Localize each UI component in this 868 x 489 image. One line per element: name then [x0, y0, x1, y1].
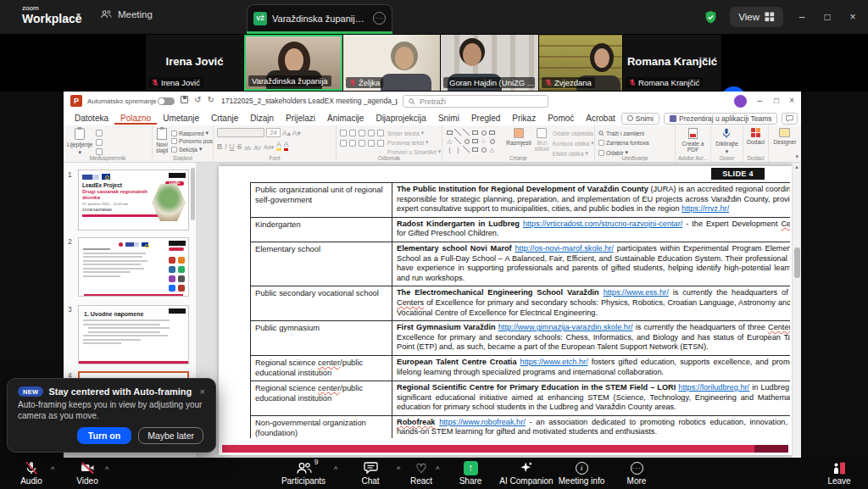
grow-shrink-font-icons[interactable]: A▴ A▾ [282, 129, 301, 137]
highlight-color-button[interactable]: A [276, 140, 281, 151]
layout-button[interactable]: Raspored▾ [171, 130, 214, 136]
justify-icon[interactable] [368, 140, 375, 147]
table-link[interactable]: https://www.ess.hr/ [604, 288, 669, 297]
line-spacing-icon[interactable] [377, 130, 384, 136]
italic-button[interactable]: I [225, 142, 226, 151]
share-tab-options-icon[interactable]: ··· [373, 12, 386, 25]
ppt-maximize-button[interactable]: □ [774, 96, 779, 105]
ppt-menu-item[interactable]: Pregled [465, 113, 506, 125]
search-box[interactable]: Pretraži [403, 95, 548, 108]
audio-options-chevron[interactable]: ^ [51, 465, 54, 474]
ppt-menu-item[interactable]: Prikaz [506, 113, 542, 125]
ppt-menu-item[interactable]: Animacije [321, 113, 370, 125]
ppt-menu-item[interactable]: Pomoć [542, 113, 580, 125]
underline-button[interactable]: U [230, 142, 235, 151]
ppt-menu-item[interactable]: Dijaprojekcija [370, 113, 431, 125]
columns-icon[interactable] [377, 140, 384, 147]
ppt-menu-item[interactable]: Snimi [432, 113, 465, 125]
table-link[interactable]: https://rrvz.hr/ [682, 204, 729, 213]
numbering-icon[interactable] [349, 130, 356, 136]
meeting-info-button[interactable]: i Meeting info [554, 460, 609, 486]
minimize-button[interactable]: – [795, 11, 809, 23]
font-color-button[interactable]: A [284, 140, 289, 151]
ppt-menu-item[interactable]: Dizajn [244, 113, 280, 125]
bullets-icon[interactable] [340, 130, 347, 136]
save-icon[interactable] [181, 96, 188, 103]
video-tile-zeljka[interactable]: Željka [343, 35, 440, 91]
copy-icon[interactable] [96, 139, 103, 146]
slide-thumbnail-1[interactable]: LeadEx LeadEx Project Drugi sastanak reg… [78, 169, 189, 231]
react-options-chevron[interactable]: ^ [436, 465, 439, 474]
dictate-button[interactable]: Diktirajte▾ [715, 128, 737, 154]
ai-companion-button[interactable]: AI Companion [499, 460, 554, 486]
present-in-teams-button[interactable]: Prezentiraj u aplikaciji Teams [664, 113, 777, 125]
react-button[interactable]: ♡ React [394, 460, 448, 486]
ppt-menu-item[interactable]: Acrobat [580, 113, 620, 125]
create-pdf-button[interactable]: Create a PDF [679, 128, 707, 153]
autosave-toggle[interactable] [158, 97, 175, 105]
video-tile-varazdinska[interactable]: Varaždinska županija [244, 35, 342, 91]
ppt-menu-item[interactable]: Crtanje [205, 113, 244, 125]
arrange-button[interactable]: Razmjesti [506, 128, 531, 146]
new-slide-button[interactable]: Novi slajd [156, 128, 168, 153]
designer-button[interactable]: Designer [773, 128, 796, 145]
strikethrough-button[interactable]: S [237, 142, 242, 151]
comments-button[interactable] [782, 113, 798, 125]
table-link[interactable]: https://vrticradost.com/strucno-razvojni… [523, 219, 682, 228]
ppt-menu-item[interactable]: Prijelazi [280, 113, 321, 125]
text-direction-button[interactable]: Smjer teksta▾ [387, 130, 441, 136]
tab-share-screen[interactable]: VŽ Varaždinska županija's screen ··· [247, 4, 392, 31]
shape-fill-button[interactable]: Odabir objekata ili unos teksta▾ [553, 130, 595, 136]
canvas-scrollbar[interactable]: ▲ [792, 163, 801, 458]
align-left-icon[interactable] [340, 140, 347, 147]
change-case-button[interactable]: Aa▾ [264, 144, 274, 151]
scrollbar-thumb[interactable] [794, 247, 800, 278]
indent-decrease-icon[interactable] [359, 130, 365, 136]
format-painter-icon[interactable] [96, 148, 103, 155]
convert-smartart-button[interactable]: Pretvori u SmartArt▾ [387, 148, 441, 155]
replace-fonts-button[interactable]: Zamjena fontova [598, 140, 649, 146]
tab-meeting[interactable]: Meeting [100, 8, 153, 20]
close-icon[interactable]: × [200, 386, 205, 397]
scroll-up-icon[interactable]: ▲ [793, 164, 801, 169]
undo-icon[interactable]: ↺ [194, 95, 201, 104]
shapes-gallery[interactable]: △☆ {}△ [446, 128, 496, 153]
participants-button[interactable]: 9 Participants [276, 460, 331, 486]
participants-options-chevron[interactable]: ^ [334, 465, 337, 474]
zoom-workplace-logo[interactable]: zoom Workplace [22, 4, 82, 25]
ppt-close-button[interactable]: × [789, 96, 794, 105]
indent-increase-icon[interactable] [368, 130, 375, 136]
view-button[interactable]: View [730, 7, 783, 27]
find-replace-button[interactable]: Traži i zamijeni [598, 131, 649, 136]
record-button[interactable]: Snimi [621, 113, 659, 125]
chat-button[interactable]: Chat [343, 460, 398, 486]
align-text-button[interactable]: Poravnaj tekst▾ [387, 139, 441, 146]
video-tile-irena[interactable]: Irena Jović Irena Jović [146, 35, 243, 91]
ppt-menu-item[interactable]: Umetanje [157, 113, 205, 125]
paste-button[interactable]: Lijepljenje▾ [67, 128, 92, 155]
section-button[interactable]: Sekcija▾ [171, 146, 214, 153]
table-link[interactable]: https://loriludbreg.hr/ [678, 383, 749, 392]
video-options-chevron[interactable]: ^ [105, 465, 108, 474]
table-link[interactable]: https://www.etch.hr/ [520, 358, 588, 366]
cut-icon[interactable] [96, 130, 103, 136]
video-tile-zvjezdana[interactable]: Zvjezdana [539, 35, 622, 91]
video-tile-goran[interactable]: Goran Hajdin (UniZG ... [441, 35, 538, 91]
ppt-menu-item[interactable]: Polazno [114, 113, 157, 125]
font-size-select[interactable]: 24 [266, 128, 281, 137]
slide-thumbnail-2[interactable] [78, 237, 189, 297]
addins-button[interactable]: Dodaci [747, 128, 765, 145]
ppt-menu-item[interactable]: Datoteka [69, 113, 114, 125]
quick-styles-button[interactable]: Brzi stilovi [535, 128, 549, 152]
ppt-minimize-button[interactable]: – [757, 96, 762, 105]
video-tile-romana[interactable]: Romana Kranjčić Romana Kranjčić [623, 35, 721, 91]
slide-thumbnail-3[interactable]: 1. Uvodne napomene [78, 305, 189, 364]
workspace-chevron-icon[interactable]: ▾ [76, 10, 81, 19]
share-button[interactable]: ↑ Share [443, 460, 498, 486]
close-button[interactable]: × [846, 11, 860, 23]
security-shield-icon[interactable] [704, 10, 718, 25]
shadow-button[interactable]: ab [244, 145, 251, 151]
align-center-icon[interactable] [349, 140, 356, 147]
ribbon-collapse-chevron-icon[interactable]: ▾ [795, 153, 798, 160]
redo-icon[interactable]: ↻ [207, 95, 214, 104]
